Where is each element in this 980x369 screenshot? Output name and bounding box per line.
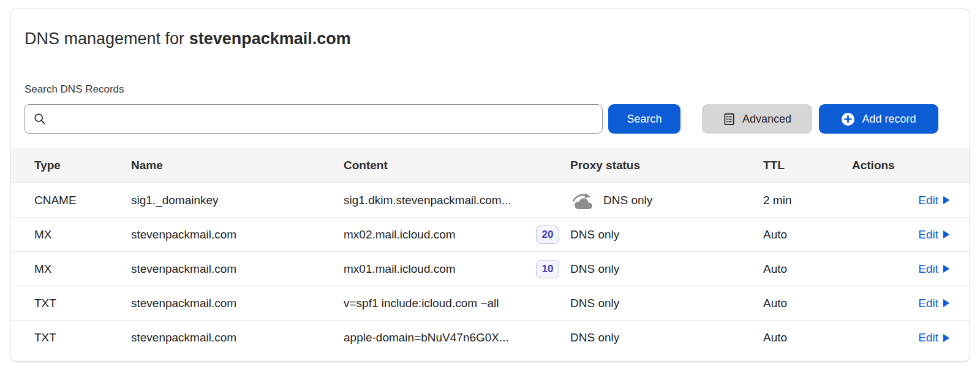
cell-proxy-status: DNS only [570,191,763,210]
table-row: MX stevenpackmail.com mx01.mail.icloud.c… [10,252,970,286]
cell-actions: Edit [852,262,970,276]
edit-link-label: Edit [918,228,938,242]
advanced-list-icon [723,113,736,126]
page-title-domain: stevenpackmail.com [189,29,351,48]
cell-content: mx02.mail.icloud.com 20 [344,226,570,244]
cell-ttl: Auto [763,228,852,242]
record-content-text: sig1.dkim.stevenpackmail.com... [344,194,511,207]
page-title-prefix: DNS management for [24,29,189,48]
advanced-button-label: Advanced [742,113,791,126]
table-header-row: Type Name Content Proxy status TTL Actio… [10,148,970,183]
search-button[interactable]: Search [608,104,680,134]
edit-arrow-icon [943,196,950,205]
edit-record-link[interactable]: Edit [918,297,950,310]
column-header-ttl: TTL [763,159,852,172]
dns-records-table: Type Name Content Proxy status TTL Actio… [10,148,970,355]
cell-actions: Edit [852,228,970,242]
cell-content: sig1.dkim.stevenpackmail.com... [344,194,570,207]
edit-arrow-icon [943,230,950,239]
add-record-button[interactable]: Add record [819,104,938,134]
cell-ttl: 2 min [763,194,852,207]
edit-record-link[interactable]: Edit [918,331,950,344]
edit-record-link[interactable]: Edit [918,194,950,207]
cell-actions: Edit [852,194,970,207]
edit-link-label: Edit [918,194,938,207]
cell-ttl: Auto [763,297,852,310]
proxy-status-text: DNS only [603,194,652,207]
cell-name: stevenpackmail.com [131,297,344,310]
search-icon [33,112,47,126]
edit-arrow-icon [943,299,950,308]
cell-content: v=spf1 include:icloud.com ~all [344,297,570,310]
record-content-text: apple-domain=bNuV47n6G0X... [344,331,509,344]
page-title: DNS management for stevenpackmail.com [24,29,955,48]
search-controls: Search Advanced Add record [24,104,970,134]
table-row: CNAME sig1._domainkey sig1.dkim.stevenpa… [10,183,970,218]
column-header-name: Name [131,159,344,172]
cell-content: apple-domain=bNuV47n6G0X... [344,331,570,344]
search-button-label: Search [627,113,662,126]
record-content-text: mx02.mail.icloud.com [344,228,456,242]
proxy-status-text: DNS only [570,262,619,276]
edit-record-link[interactable]: Edit [918,262,950,276]
proxy-status-text: DNS only [570,331,619,344]
cell-name: stevenpackmail.com [131,262,344,276]
priority-badge: 20 [536,226,559,244]
dns-table-body: CNAME sig1._domainkey sig1.dkim.stevenpa… [10,183,970,355]
edit-link-label: Edit [918,262,938,276]
priority-badge: 10 [536,260,559,278]
cell-name: stevenpackmail.com [131,228,344,242]
proxy-status-text: DNS only [570,297,619,310]
cell-type: MX [10,262,131,276]
edit-record-link[interactable]: Edit [918,228,950,242]
cell-proxy-status: DNS only [570,228,763,242]
column-header-proxy-status: Proxy status [570,159,763,172]
cell-type: TXT [10,297,131,310]
cell-actions: Edit [852,297,970,310]
search-label: Search DNS Records [24,83,970,96]
cell-proxy-status: DNS only [570,262,763,276]
table-row: TXT stevenpackmail.com v=spf1 include:ic… [10,286,970,321]
edit-arrow-icon [943,333,950,343]
cell-type: TXT [10,331,131,344]
column-header-actions: Actions [852,159,970,172]
cell-content: mx01.mail.icloud.com 10 [344,260,570,278]
plus-circle-icon [841,112,855,126]
search-box[interactable] [24,104,603,134]
search-input[interactable] [53,105,594,133]
cell-name: sig1._domainkey [131,194,344,207]
cell-name: stevenpackmail.com [131,331,344,344]
proxy-status-text: DNS only [570,228,619,242]
table-row: TXT stevenpackmail.com apple-domain=bNuV… [10,321,970,355]
table-row: MX stevenpackmail.com mx02.mail.icloud.c… [10,218,970,252]
cell-ttl: Auto [763,262,852,276]
add-record-button-label: Add record [862,113,916,126]
record-content-text: v=spf1 include:icloud.com ~all [344,297,499,310]
record-content-text: mx01.mail.icloud.com [344,262,456,276]
edit-arrow-icon [943,264,950,273]
cell-type: MX [10,228,131,242]
edit-link-label: Edit [918,331,938,344]
cell-type: CNAME [10,194,131,207]
proxy-cloud-icon [570,191,596,210]
column-header-type: Type [10,159,131,172]
cell-proxy-status: DNS only [570,331,763,344]
cell-actions: Edit [852,331,970,344]
column-header-content: Content [344,159,570,172]
advanced-button[interactable]: Advanced [702,104,812,134]
cell-proxy-status: DNS only [570,297,763,310]
cell-ttl: Auto [763,331,852,344]
dns-management-card: DNS management for stevenpackmail.com Se… [10,9,970,362]
edit-link-label: Edit [918,297,938,310]
